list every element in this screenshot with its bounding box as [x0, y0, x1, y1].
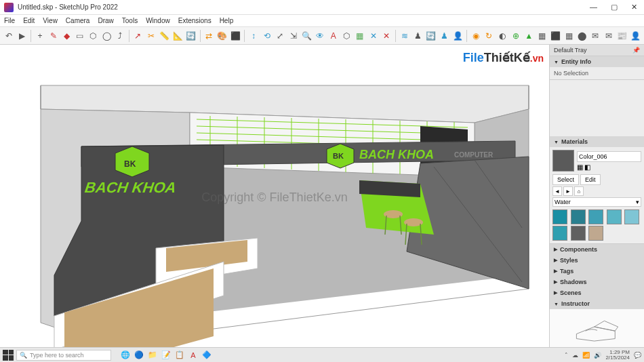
tool-undo-icon[interactable]: ↶: [3, 29, 15, 43]
tool-tree-icon[interactable]: ▲: [523, 29, 535, 43]
tool-x2-icon[interactable]: ✕: [380, 29, 393, 43]
material-name-field[interactable]: Color_006: [577, 151, 641, 162]
tool-sandbox3-icon[interactable]: 🔄: [425, 29, 437, 43]
tool-move-icon[interactable]: 📏: [159, 29, 171, 43]
tray-title[interactable]: Default Tray 📌: [550, 45, 644, 56]
tool-sandbox2-icon[interactable]: ♟: [412, 29, 424, 43]
mat-home-icon[interactable]: ⌂: [574, 186, 584, 196]
tool-mail2-icon[interactable]: ✉: [603, 29, 615, 43]
tool-zoom-icon[interactable]: ⤢: [274, 29, 286, 43]
components-header[interactable]: ▶Components: [550, 244, 644, 255]
tool-rect-icon[interactable]: ▭: [74, 29, 86, 43]
tool-solid-icon[interactable]: ⬛: [550, 29, 562, 43]
tool-add-icon[interactable]: +: [34, 29, 46, 43]
menu-edit[interactable]: Edit: [23, 17, 35, 24]
tray-up-icon[interactable]: ˄: [565, 352, 568, 359]
tool-user-icon[interactable]: 👤: [629, 29, 641, 43]
entity-info-header[interactable]: ▼ Entity Info: [550, 56, 644, 67]
tool-label-icon[interactable]: A: [327, 29, 340, 43]
tool-walk-icon[interactable]: 👁: [314, 29, 326, 43]
material-swatch[interactable]: [607, 209, 622, 224]
tool-sandbox4-icon[interactable]: ♟: [439, 29, 451, 43]
mat-back-icon[interactable]: ◄: [552, 186, 562, 196]
3d-viewport[interactable]: FileThiếtKế.vn Copyright © FileThietKe.v…: [0, 45, 549, 350]
menu-draw[interactable]: Draw: [98, 17, 113, 24]
notifications-icon[interactable]: 💬: [634, 352, 641, 359]
menu-file[interactable]: File: [4, 17, 15, 24]
taskbar-clock[interactable]: 1:29 PM 2/15/2024: [605, 350, 630, 361]
current-material-swatch[interactable]: [552, 150, 574, 172]
taskbar-app-icon[interactable]: 📝: [160, 350, 172, 361]
tab-edit[interactable]: Edit: [580, 174, 601, 185]
instructor-header[interactable]: ▼Instructor: [550, 298, 644, 309]
tool-geo-icon[interactable]: ◉: [470, 29, 482, 43]
maximize-button[interactable]: ▢: [608, 3, 620, 12]
minimize-button[interactable]: —: [587, 3, 600, 12]
styles-header[interactable]: ▶Styles: [550, 255, 644, 266]
material-swatch[interactable]: [571, 226, 586, 241]
menu-camera[interactable]: Camera: [66, 17, 90, 24]
taskbar-app-icon[interactable]: 📁: [146, 350, 159, 361]
tool-contrast-icon[interactable]: ◐: [496, 29, 508, 43]
material-swatch[interactable]: [571, 209, 586, 224]
tool-offset-icon[interactable]: ✂: [145, 29, 157, 43]
taskbar-search[interactable]: 🔍 Type here to search: [16, 350, 111, 361]
tool-look-icon[interactable]: 🔍: [301, 29, 313, 43]
materials-header[interactable]: ▼ Materials: [550, 136, 644, 147]
tray-volume-icon[interactable]: 🔊: [594, 352, 601, 359]
tool-x1-icon[interactable]: ✕: [367, 29, 380, 43]
tool-sandbox1-icon[interactable]: ≋: [399, 29, 411, 43]
tool-select-icon[interactable]: ▶: [16, 29, 28, 43]
tool-person-icon[interactable]: 👤: [451, 29, 464, 43]
menu-window[interactable]: Window: [146, 17, 170, 24]
close-button[interactable]: ✕: [628, 3, 640, 12]
tool-eraser-icon[interactable]: ◆: [60, 29, 73, 43]
tags-header[interactable]: ▶Tags: [550, 266, 644, 277]
taskbar-app-icon[interactable]: 📋: [174, 350, 186, 361]
menu-help[interactable]: Help: [220, 17, 234, 24]
taskbar-app-icon[interactable]: 🔷: [201, 350, 213, 361]
tool-pencil-icon[interactable]: ✎: [47, 29, 60, 43]
tool-pushpull-icon[interactable]: ↗: [132, 29, 144, 43]
tool-rotate-icon[interactable]: 📐: [172, 29, 184, 43]
mat-fwd-icon[interactable]: ►: [563, 186, 573, 196]
tool-pan-icon[interactable]: ⟲: [261, 29, 273, 43]
tray-pin-icon[interactable]: 📌: [632, 47, 640, 54]
tool-orbit-icon[interactable]: ↕: [247, 29, 260, 43]
tool-grid2-icon[interactable]: ▦: [563, 29, 575, 43]
menu-tools[interactable]: Tools: [122, 17, 138, 24]
scenes-header[interactable]: ▶Scenes: [550, 287, 644, 298]
tray-wifi-icon[interactable]: 📶: [582, 352, 590, 359]
tool-poly-icon[interactable]: ⬡: [87, 29, 100, 43]
material-swatch[interactable]: [588, 226, 603, 241]
tray-cloud-icon[interactable]: ☁: [572, 352, 578, 359]
material-default-icon[interactable]: ◧: [584, 163, 590, 171]
tool-paint-icon[interactable]: 🎨: [216, 29, 228, 43]
tool-scale-icon[interactable]: 🔄: [185, 29, 197, 43]
taskbar-app-icon[interactable]: 🔵: [133, 350, 145, 361]
material-swatch[interactable]: [624, 209, 639, 224]
tool-zoomextents-icon[interactable]: ⇲: [287, 29, 300, 43]
tool-mail1-icon[interactable]: ✉: [590, 29, 602, 43]
material-library-dropdown[interactable]: Water ▾: [552, 197, 641, 207]
tool-refresh-icon[interactable]: ↻: [483, 29, 496, 43]
tool-text-icon[interactable]: ⬛: [230, 29, 242, 43]
shadows-header[interactable]: ▶Shadows: [550, 277, 644, 287]
material-swatch[interactable]: [588, 209, 603, 224]
material-create-icon[interactable]: ▦: [577, 163, 583, 171]
tool-plus-icon[interactable]: ⊕: [510, 29, 522, 43]
start-button[interactable]: [3, 350, 14, 361]
tool-layers-icon[interactable]: ▦: [354, 29, 366, 43]
tool-arc-icon[interactable]: ⤴: [114, 29, 126, 43]
material-swatch[interactable]: [552, 226, 567, 241]
tool-dot-icon[interactable]: ⬤: [576, 29, 588, 43]
tool-grid1-icon[interactable]: ▦: [536, 29, 548, 43]
taskbar-app-icon[interactable]: 🌐: [119, 350, 132, 361]
tool-news-icon[interactable]: 📰: [616, 29, 628, 43]
menu-view[interactable]: View: [43, 17, 58, 24]
tab-select[interactable]: Select: [552, 174, 579, 185]
taskbar-app-icon[interactable]: A: [187, 350, 199, 361]
tool-section-icon[interactable]: ⬡: [341, 29, 353, 43]
tool-circle-icon[interactable]: ◯: [100, 29, 113, 43]
tool-tape-icon[interactable]: ⇄: [203, 29, 215, 43]
